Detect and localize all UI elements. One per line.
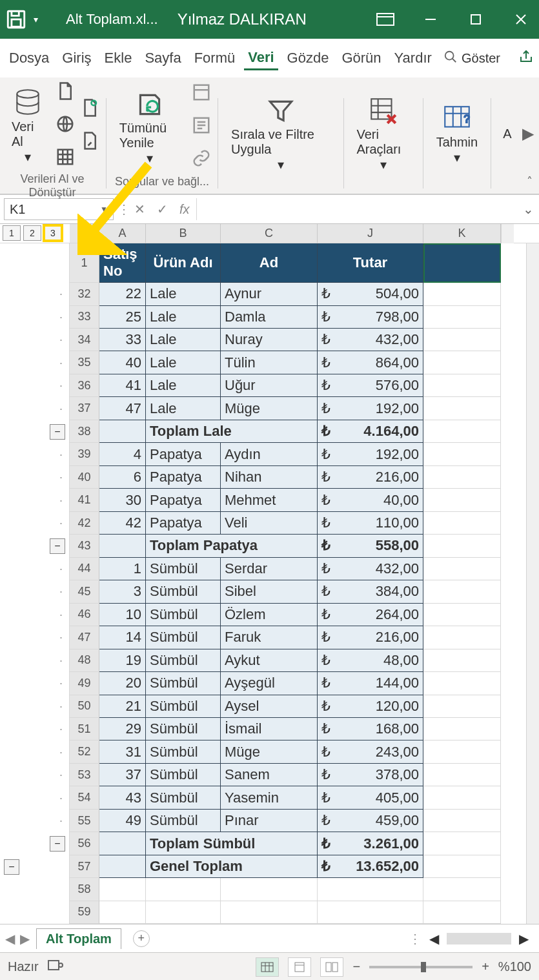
from-web-icon[interactable] — [56, 114, 75, 137]
cell[interactable]: ₺192,00 — [318, 443, 423, 465]
cell[interactable]: 3 — [99, 580, 146, 603]
header-cell[interactable]: Ad — [221, 243, 318, 283]
cell[interactable]: ₺168,00 — [318, 718, 423, 740]
row-header[interactable]: 44 — [70, 558, 99, 580]
cell[interactable] — [423, 420, 501, 443]
col-header-K[interactable]: K — [423, 224, 501, 243]
cell[interactable] — [423, 329, 501, 351]
cell[interactable]: 1 — [99, 558, 146, 580]
prev-sheet-icon[interactable]: ◀ — [5, 931, 15, 946]
from-table-icon[interactable] — [56, 147, 75, 170]
vertical-scrollbar[interactable] — [526, 243, 539, 924]
tab-giris[interactable]: Giriş — [58, 47, 95, 69]
cell[interactable]: 20 — [99, 672, 146, 695]
row-header[interactable]: 36 — [70, 374, 99, 397]
cell[interactable]: Toplam Papatya — [146, 535, 318, 557]
cell[interactable]: 47 — [99, 397, 146, 420]
cell[interactable]: ₺48,00 — [318, 649, 423, 672]
edit-links-icon[interactable] — [192, 148, 211, 171]
cell[interactable] — [423, 512, 501, 535]
data-tools-button[interactable]: Veri Araçları▾ — [351, 92, 416, 175]
cell[interactable] — [423, 901, 501, 924]
enter-formula-icon[interactable]: ✓ — [157, 201, 168, 217]
header-cell[interactable]: Ürün Adı — [146, 243, 221, 283]
cell[interactable]: Sümbül — [146, 764, 221, 786]
cell[interactable]: Pınar — [221, 810, 318, 832]
scroll-left-icon[interactable]: ◀ — [429, 931, 439, 946]
cell[interactable] — [423, 649, 501, 672]
cell[interactable]: Toplam Sümbül — [146, 832, 318, 855]
cell[interactable] — [423, 718, 501, 740]
cell[interactable] — [99, 535, 146, 557]
scroll-right-icon[interactable]: ▶ — [519, 931, 529, 946]
zoom-out-button[interactable]: − — [352, 959, 360, 974]
from-text-icon[interactable] — [56, 81, 75, 104]
cell[interactable]: ₺378,00 — [318, 764, 423, 786]
minimize-icon[interactable] — [418, 6, 443, 32]
cell[interactable]: Damla — [221, 306, 318, 329]
cell[interactable] — [423, 764, 501, 786]
cell[interactable]: Sümbül — [146, 604, 221, 626]
cell[interactable]: Sümbül — [146, 718, 221, 740]
cell[interactable] — [423, 489, 501, 511]
maximize-icon[interactable] — [463, 6, 489, 32]
sort-filter-button[interactable]: Sırala ve Filtre Uygula▾ — [225, 92, 337, 175]
cell[interactable]: 21 — [99, 695, 146, 718]
tab-sayfa[interactable]: Sayfa — [141, 47, 185, 69]
row-header[interactable]: 40 — [70, 466, 99, 489]
cell[interactable]: Sümbül — [146, 695, 221, 718]
collapse-group-button[interactable]: − — [50, 836, 65, 852]
cell[interactable]: ₺4.164,00 — [318, 420, 423, 443]
cell[interactable]: ₺3.261,00 — [318, 832, 423, 855]
cell[interactable]: ₺459,00 — [318, 810, 423, 832]
queries-icon[interactable] — [192, 83, 211, 105]
cell[interactable]: 14 — [99, 626, 146, 649]
horizontal-scrollbar[interactable] — [447, 933, 511, 944]
collapse-group-button[interactable]: − — [50, 538, 65, 554]
cell[interactable]: Sibel — [221, 580, 318, 603]
cell[interactable]: Müge — [221, 740, 318, 763]
cell[interactable]: Lale — [146, 329, 221, 351]
cell[interactable]: Lale — [146, 397, 221, 420]
zoom-level[interactable]: %100 — [498, 959, 531, 974]
header-cell[interactable]: Tutar — [318, 243, 423, 283]
cell[interactable] — [423, 558, 501, 580]
cell[interactable]: Uğur — [221, 374, 318, 397]
collapse-group-button[interactable]: − — [4, 859, 19, 875]
tab-formul[interactable]: Formü — [190, 47, 239, 69]
formula-input[interactable] — [201, 198, 517, 220]
tab-yardim[interactable]: Yardır — [391, 47, 436, 69]
ribbon-collapse-icon[interactable]: ˄ — [527, 174, 533, 189]
fx-icon[interactable]: fx — [179, 202, 190, 217]
cell[interactable] — [423, 351, 501, 374]
cell[interactable] — [99, 832, 146, 855]
cell[interactable]: 25 — [99, 306, 146, 329]
cell[interactable]: Sümbül — [146, 810, 221, 832]
cell[interactable]: Müge — [221, 397, 318, 420]
cell[interactable]: ₺216,00 — [318, 466, 423, 489]
tab-ekle[interactable]: Ekle — [101, 47, 136, 69]
zoom-in-button[interactable]: + — [482, 959, 489, 974]
cell[interactable]: Toplam Lale — [146, 420, 318, 443]
scroll-right-icon[interactable]: ▶ — [522, 125, 534, 143]
row-header[interactable]: 34 — [70, 329, 99, 351]
cell[interactable]: Serdar — [221, 558, 318, 580]
cell[interactable]: Sümbül — [146, 558, 221, 580]
cell[interactable] — [423, 855, 501, 878]
cell[interactable]: 37 — [99, 764, 146, 786]
cell[interactable]: Lale — [146, 374, 221, 397]
cell[interactable]: Tülin — [221, 351, 318, 374]
cell[interactable]: ₺864,00 — [318, 351, 423, 374]
cell[interactable]: ₺576,00 — [318, 374, 423, 397]
cell[interactable]: Aydın — [221, 443, 318, 465]
page-layout-view-button[interactable] — [288, 957, 311, 977]
cell[interactable] — [423, 306, 501, 329]
cell[interactable]: ₺40,00 — [318, 489, 423, 511]
zoom-slider[interactable] — [369, 966, 473, 968]
row-header[interactable]: 39 — [70, 443, 99, 465]
cell[interactable]: 4 — [99, 443, 146, 465]
cell[interactable]: Nihan — [221, 466, 318, 489]
cell[interactable] — [423, 443, 501, 465]
cell[interactable]: ₺558,00 — [318, 535, 423, 557]
cell[interactable] — [221, 878, 318, 901]
